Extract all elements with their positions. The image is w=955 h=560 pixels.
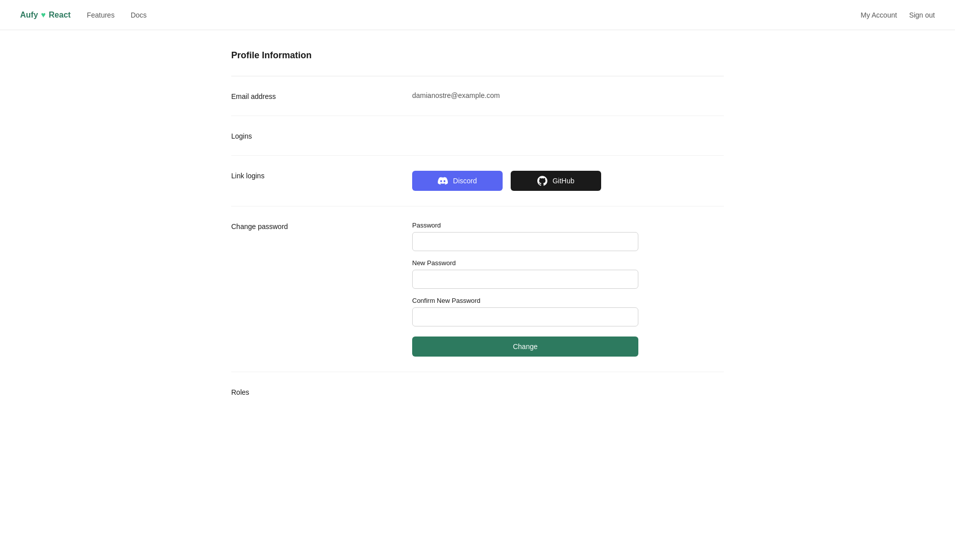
github-icon <box>537 176 547 186</box>
change-password-field-col: Password New Password Confirm New Passwo… <box>412 221 724 357</box>
link-logins-field-col: Discord GitHub <box>412 171 724 191</box>
new-password-label: New Password <box>412 259 638 267</box>
change-password-button[interactable]: Change <box>412 337 638 357</box>
password-form: Password New Password Confirm New Passwo… <box>412 221 638 357</box>
roles-row: Roles <box>231 387 724 411</box>
logins-row: Logins <box>231 131 724 156</box>
email-field-col: damianostre@example.com <box>412 91 724 99</box>
brand-logo[interactable]: Aufy ♥ React <box>20 11 71 20</box>
email-row: Email address damianostre@example.com <box>231 91 724 116</box>
email-value: damianostre@example.com <box>412 90 500 99</box>
password-field-group: Password <box>412 221 638 251</box>
navbar: Aufy ♥ React Features Docs My Account Si… <box>0 0 955 30</box>
navbar-left: Aufy ♥ React Features Docs <box>20 11 147 20</box>
change-password-label: Change password <box>231 222 288 231</box>
new-password-field-group: New Password <box>412 259 638 289</box>
email-label-col: Email address <box>231 91 412 100</box>
roles-label: Roles <box>231 388 249 396</box>
brand-name-part1: Aufy <box>20 11 38 20</box>
discord-button[interactable]: Discord <box>412 171 503 191</box>
brand-name-part2: React <box>49 11 71 20</box>
change-password-row: Change password Password New Password Co… <box>231 221 724 372</box>
link-logins-label: Link logins <box>231 172 264 180</box>
new-password-input[interactable] <box>412 270 638 289</box>
main-content: Profile Information Email address damian… <box>201 30 754 446</box>
navbar-right: My Account Sign out <box>861 11 935 19</box>
password-input[interactable] <box>412 232 638 251</box>
nav-docs[interactable]: Docs <box>131 11 147 19</box>
confirm-password-field-group: Confirm New Password <box>412 297 638 326</box>
brand-heart-icon: ♥ <box>41 11 46 20</box>
page-title: Profile Information <box>231 50 724 61</box>
title-divider <box>231 76 724 76</box>
confirm-password-label: Confirm New Password <box>412 297 638 304</box>
confirm-password-input[interactable] <box>412 307 638 326</box>
nav-features[interactable]: Features <box>87 11 115 19</box>
email-label: Email address <box>231 92 276 100</box>
nav-my-account[interactable]: My Account <box>861 11 897 19</box>
change-password-label-col: Change password <box>231 221 412 231</box>
logins-label-col: Logins <box>231 131 412 140</box>
password-label: Password <box>412 221 638 229</box>
github-button-label: GitHub <box>552 177 575 185</box>
link-logins-label-col: Link logins <box>231 171 412 180</box>
github-button[interactable]: GitHub <box>511 171 601 191</box>
link-buttons-group: Discord GitHub <box>412 171 724 191</box>
discord-button-label: Discord <box>453 177 476 185</box>
discord-icon <box>438 176 448 186</box>
nav-sign-out[interactable]: Sign out <box>909 11 935 19</box>
roles-label-col: Roles <box>231 387 412 396</box>
link-logins-row: Link logins Discord GitHub <box>231 171 724 206</box>
logins-label: Logins <box>231 132 252 140</box>
